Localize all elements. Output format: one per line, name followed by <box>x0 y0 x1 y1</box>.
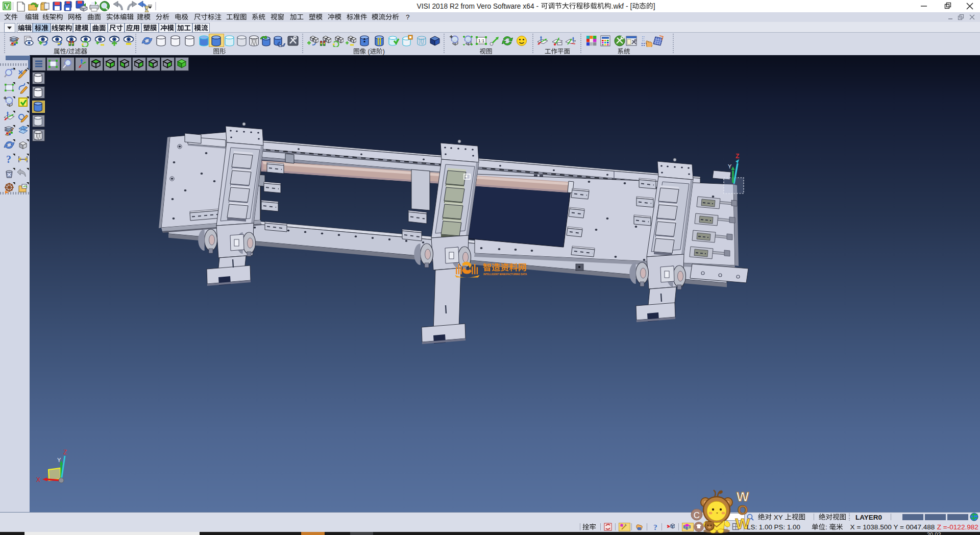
svg-text:?: ? <box>653 523 657 531</box>
svg-text:V: V <box>5 3 9 10</box>
svg-text:C: C <box>694 510 700 520</box>
svg-text:1:1: 1:1 <box>478 38 485 43</box>
svg-text:?: ? <box>6 154 11 165</box>
svg-text:W: W <box>736 515 750 532</box>
